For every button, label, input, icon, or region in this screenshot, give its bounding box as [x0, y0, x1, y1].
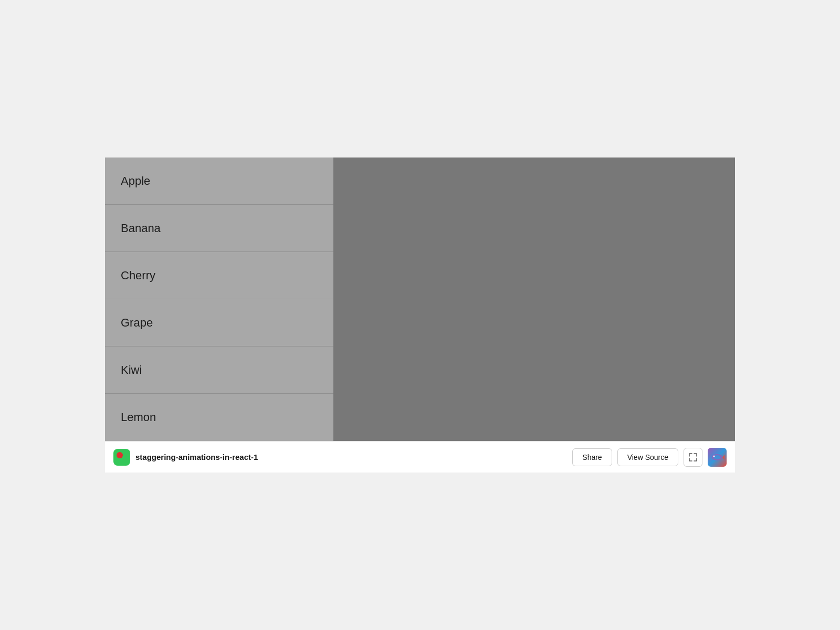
list-item[interactable]: Banana	[105, 205, 333, 252]
bottom-bar: staggering-animations-in-react-1 Share V…	[105, 441, 735, 472]
app-title: staggering-animations-in-react-1	[135, 453, 258, 461]
fish-svg	[710, 453, 724, 462]
view-source-button[interactable]: View Source	[617, 448, 678, 466]
list-item[interactable]: Kiwi	[105, 346, 333, 394]
app-icon	[113, 449, 130, 466]
list-panel: Apple Banana Cherry Grape Kiwi Lemon	[105, 158, 333, 441]
list-item[interactable]: Grape	[105, 299, 333, 346]
svg-point-3	[713, 455, 715, 457]
fish-icon	[708, 448, 727, 467]
list-item-label: Apple	[121, 174, 150, 188]
list-item-label: Grape	[121, 316, 153, 330]
bottom-left: staggering-animations-in-react-1	[113, 449, 258, 466]
list-item-label: Lemon	[121, 411, 156, 424]
svg-marker-2	[722, 455, 724, 460]
outer-wrapper: Apple Banana Cherry Grape Kiwi Lemon sta…	[105, 158, 735, 472]
expand-button[interactable]	[684, 448, 702, 467]
list-item-label: Kiwi	[121, 363, 142, 377]
list-item[interactable]: Apple	[105, 158, 333, 205]
share-button[interactable]: Share	[572, 448, 612, 466]
content-panel	[333, 158, 735, 441]
bottom-right: Share View Source	[572, 448, 727, 467]
expand-icon	[689, 453, 697, 461]
list-item[interactable]: Cherry	[105, 252, 333, 299]
list-item[interactable]: Lemon	[105, 394, 333, 441]
list-item-label: Cherry	[121, 269, 155, 282]
list-item-label: Banana	[121, 222, 161, 235]
preview-container: Apple Banana Cherry Grape Kiwi Lemon	[105, 158, 735, 441]
